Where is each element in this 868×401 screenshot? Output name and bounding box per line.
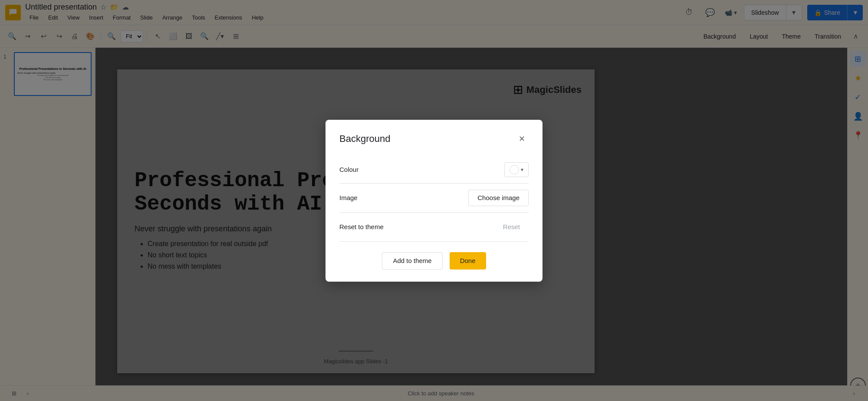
add-to-theme-button[interactable]: Add to theme <box>382 252 442 270</box>
image-label: Image <box>339 194 400 201</box>
colour-row: Colour ▾ <box>339 156 529 184</box>
done-button[interactable]: Done <box>450 252 486 270</box>
modal-overlay[interactable]: Background ✕ Colour ▾ Image Choose image… <box>0 0 868 401</box>
modal-actions: Add to theme Done <box>339 252 529 270</box>
colour-label: Colour <box>339 166 400 173</box>
modal-header: Background ✕ <box>339 132 529 146</box>
reset-row: Reset to theme Reset <box>339 213 529 242</box>
color-circle <box>510 165 519 174</box>
color-dropdown-icon[interactable]: ▾ <box>521 167 523 173</box>
color-picker-button[interactable]: ▾ <box>504 162 529 177</box>
reset-button[interactable]: Reset <box>494 219 529 235</box>
image-control: Choose image <box>468 190 529 206</box>
reset-to-theme-label: Reset to theme <box>339 223 400 230</box>
colour-control: ▾ <box>504 162 529 177</box>
background-modal: Background ✕ Colour ▾ Image Choose image… <box>326 120 542 282</box>
reset-control: Reset <box>494 219 529 235</box>
image-row: Image Choose image <box>339 184 529 213</box>
modal-title: Background <box>339 133 390 145</box>
choose-image-button[interactable]: Choose image <box>468 190 529 206</box>
modal-close-button[interactable]: ✕ <box>515 132 529 146</box>
